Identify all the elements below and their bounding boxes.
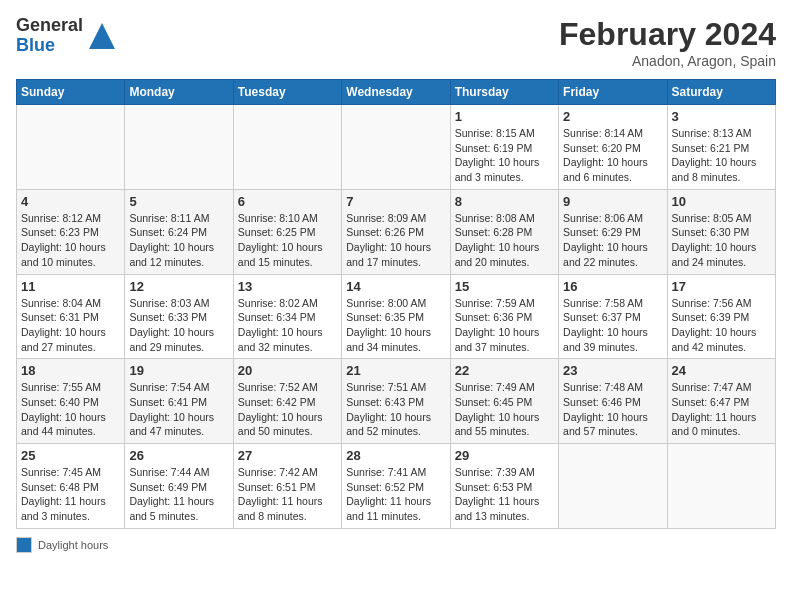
calendar-cell: 13Sunrise: 8:02 AM Sunset: 6:34 PM Dayli… <box>233 274 341 359</box>
calendar-cell: 25Sunrise: 7:45 AM Sunset: 6:48 PM Dayli… <box>17 444 125 529</box>
calendar-cell: 15Sunrise: 7:59 AM Sunset: 6:36 PM Dayli… <box>450 274 558 359</box>
calendar-cell: 4Sunrise: 8:12 AM Sunset: 6:23 PM Daylig… <box>17 189 125 274</box>
day-info: Sunrise: 7:58 AM Sunset: 6:37 PM Dayligh… <box>563 296 662 355</box>
day-number: 23 <box>563 363 662 378</box>
day-number: 25 <box>21 448 120 463</box>
day-number: 16 <box>563 279 662 294</box>
logo-text: General Blue <box>16 16 83 56</box>
page: General Blue February 2024 Anadon, Arago… <box>0 0 792 612</box>
calendar-cell: 9Sunrise: 8:06 AM Sunset: 6:29 PM Daylig… <box>559 189 667 274</box>
day-number: 26 <box>129 448 228 463</box>
logo-blue: Blue <box>16 36 83 56</box>
day-info: Sunrise: 8:05 AM Sunset: 6:30 PM Dayligh… <box>672 211 771 270</box>
calendar-body: 1Sunrise: 8:15 AM Sunset: 6:19 PM Daylig… <box>17 105 776 529</box>
day-info: Sunrise: 8:12 AM Sunset: 6:23 PM Dayligh… <box>21 211 120 270</box>
week-row-4: 25Sunrise: 7:45 AM Sunset: 6:48 PM Dayli… <box>17 444 776 529</box>
day-number: 27 <box>238 448 337 463</box>
day-info: Sunrise: 8:15 AM Sunset: 6:19 PM Dayligh… <box>455 126 554 185</box>
calendar-cell: 19Sunrise: 7:54 AM Sunset: 6:41 PM Dayli… <box>125 359 233 444</box>
calendar: Sunday Monday Tuesday Wednesday Thursday… <box>16 79 776 529</box>
calendar-cell: 28Sunrise: 7:41 AM Sunset: 6:52 PM Dayli… <box>342 444 450 529</box>
day-info: Sunrise: 7:42 AM Sunset: 6:51 PM Dayligh… <box>238 465 337 524</box>
calendar-cell: 24Sunrise: 7:47 AM Sunset: 6:47 PM Dayli… <box>667 359 775 444</box>
day-number: 3 <box>672 109 771 124</box>
week-row-3: 18Sunrise: 7:55 AM Sunset: 6:40 PM Dayli… <box>17 359 776 444</box>
calendar-cell: 26Sunrise: 7:44 AM Sunset: 6:49 PM Dayli… <box>125 444 233 529</box>
day-info: Sunrise: 7:45 AM Sunset: 6:48 PM Dayligh… <box>21 465 120 524</box>
day-info: Sunrise: 8:02 AM Sunset: 6:34 PM Dayligh… <box>238 296 337 355</box>
calendar-header: Sunday Monday Tuesday Wednesday Thursday… <box>17 80 776 105</box>
day-info: Sunrise: 7:56 AM Sunset: 6:39 PM Dayligh… <box>672 296 771 355</box>
day-number: 15 <box>455 279 554 294</box>
day-info: Sunrise: 7:51 AM Sunset: 6:43 PM Dayligh… <box>346 380 445 439</box>
day-number: 6 <box>238 194 337 209</box>
day-info: Sunrise: 7:48 AM Sunset: 6:46 PM Dayligh… <box>563 380 662 439</box>
week-row-0: 1Sunrise: 8:15 AM Sunset: 6:19 PM Daylig… <box>17 105 776 190</box>
calendar-cell <box>233 105 341 190</box>
calendar-cell: 17Sunrise: 7:56 AM Sunset: 6:39 PM Dayli… <box>667 274 775 359</box>
day-number: 24 <box>672 363 771 378</box>
day-info: Sunrise: 7:39 AM Sunset: 6:53 PM Dayligh… <box>455 465 554 524</box>
calendar-cell <box>559 444 667 529</box>
logo: General Blue <box>16 16 117 56</box>
calendar-cell: 27Sunrise: 7:42 AM Sunset: 6:51 PM Dayli… <box>233 444 341 529</box>
day-number: 28 <box>346 448 445 463</box>
calendar-cell: 16Sunrise: 7:58 AM Sunset: 6:37 PM Dayli… <box>559 274 667 359</box>
calendar-cell <box>125 105 233 190</box>
day-info: Sunrise: 7:47 AM Sunset: 6:47 PM Dayligh… <box>672 380 771 439</box>
calendar-cell: 21Sunrise: 7:51 AM Sunset: 6:43 PM Dayli… <box>342 359 450 444</box>
calendar-cell: 23Sunrise: 7:48 AM Sunset: 6:46 PM Dayli… <box>559 359 667 444</box>
logo-icon <box>87 21 117 51</box>
day-number: 5 <box>129 194 228 209</box>
day-number: 11 <box>21 279 120 294</box>
calendar-cell <box>17 105 125 190</box>
day-info: Sunrise: 7:55 AM Sunset: 6:40 PM Dayligh… <box>21 380 120 439</box>
day-number: 12 <box>129 279 228 294</box>
header: General Blue February 2024 Anadon, Arago… <box>16 16 776 69</box>
day-number: 17 <box>672 279 771 294</box>
day-number: 7 <box>346 194 445 209</box>
day-number: 10 <box>672 194 771 209</box>
day-info: Sunrise: 7:44 AM Sunset: 6:49 PM Dayligh… <box>129 465 228 524</box>
day-info: Sunrise: 7:59 AM Sunset: 6:36 PM Dayligh… <box>455 296 554 355</box>
legend-label: Daylight hours <box>38 539 108 551</box>
day-info: Sunrise: 8:10 AM Sunset: 6:25 PM Dayligh… <box>238 211 337 270</box>
day-number: 14 <box>346 279 445 294</box>
calendar-cell: 10Sunrise: 8:05 AM Sunset: 6:30 PM Dayli… <box>667 189 775 274</box>
subtitle: Anadon, Aragon, Spain <box>559 53 776 69</box>
calendar-cell: 20Sunrise: 7:52 AM Sunset: 6:42 PM Dayli… <box>233 359 341 444</box>
day-info: Sunrise: 8:11 AM Sunset: 6:24 PM Dayligh… <box>129 211 228 270</box>
calendar-cell: 7Sunrise: 8:09 AM Sunset: 6:26 PM Daylig… <box>342 189 450 274</box>
day-info: Sunrise: 8:14 AM Sunset: 6:20 PM Dayligh… <box>563 126 662 185</box>
day-number: 20 <box>238 363 337 378</box>
col-saturday: Saturday <box>667 80 775 105</box>
header-row: Sunday Monday Tuesday Wednesday Thursday… <box>17 80 776 105</box>
day-number: 8 <box>455 194 554 209</box>
day-number: 2 <box>563 109 662 124</box>
day-info: Sunrise: 8:08 AM Sunset: 6:28 PM Dayligh… <box>455 211 554 270</box>
legend-box <box>16 537 32 553</box>
day-info: Sunrise: 7:49 AM Sunset: 6:45 PM Dayligh… <box>455 380 554 439</box>
day-info: Sunrise: 8:06 AM Sunset: 6:29 PM Dayligh… <box>563 211 662 270</box>
main-title: February 2024 <box>559 16 776 53</box>
day-number: 9 <box>563 194 662 209</box>
calendar-cell: 8Sunrise: 8:08 AM Sunset: 6:28 PM Daylig… <box>450 189 558 274</box>
day-number: 29 <box>455 448 554 463</box>
day-number: 1 <box>455 109 554 124</box>
day-info: Sunrise: 7:41 AM Sunset: 6:52 PM Dayligh… <box>346 465 445 524</box>
week-row-1: 4Sunrise: 8:12 AM Sunset: 6:23 PM Daylig… <box>17 189 776 274</box>
calendar-cell: 12Sunrise: 8:03 AM Sunset: 6:33 PM Dayli… <box>125 274 233 359</box>
calendar-cell: 1Sunrise: 8:15 AM Sunset: 6:19 PM Daylig… <box>450 105 558 190</box>
logo-general: General <box>16 16 83 36</box>
day-number: 4 <box>21 194 120 209</box>
day-info: Sunrise: 7:52 AM Sunset: 6:42 PM Dayligh… <box>238 380 337 439</box>
day-number: 19 <box>129 363 228 378</box>
day-number: 21 <box>346 363 445 378</box>
day-number: 13 <box>238 279 337 294</box>
calendar-cell: 14Sunrise: 8:00 AM Sunset: 6:35 PM Dayli… <box>342 274 450 359</box>
svg-marker-0 <box>89 23 115 49</box>
calendar-cell: 22Sunrise: 7:49 AM Sunset: 6:45 PM Dayli… <box>450 359 558 444</box>
col-wednesday: Wednesday <box>342 80 450 105</box>
col-thursday: Thursday <box>450 80 558 105</box>
calendar-cell <box>667 444 775 529</box>
